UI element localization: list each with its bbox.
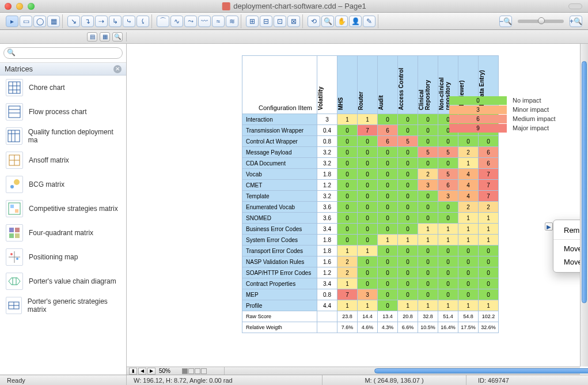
rect-tool-button[interactable]: ▭ <box>20 16 32 27</box>
table-row[interactable]: NASP Validation Rules1.620000000 <box>242 256 499 267</box>
matrix-cell[interactable]: 0 <box>398 180 418 191</box>
matrix-cell[interactable]: 0 <box>358 224 378 235</box>
matrix-cell[interactable]: 0 <box>418 125 438 136</box>
matrix-cell[interactable]: 0 <box>358 202 378 213</box>
matrix-cell[interactable]: 0 <box>398 114 418 125</box>
matrix-cell[interactable]: 0 <box>479 278 499 289</box>
arrange-2-button[interactable]: ⊟ <box>260 16 272 27</box>
pan-tool-button[interactable]: ✋ <box>335 16 348 27</box>
matrix-cell[interactable]: 0 <box>337 202 358 213</box>
connector-4-button[interactable]: ↳ <box>109 16 122 27</box>
matrix-cell[interactable]: 0 <box>438 289 458 300</box>
matrix-cell[interactable]: 0 <box>378 256 398 267</box>
matrix-cell[interactable]: 1 <box>337 278 358 289</box>
matrix-cell[interactable]: 0 <box>418 267 438 278</box>
matrix-cell[interactable]: 1 <box>479 300 499 311</box>
matrix-cell[interactable]: 1 <box>398 300 418 311</box>
connector-5-button[interactable]: ⤷ <box>123 16 135 27</box>
matrix-cell[interactable]: 7 <box>358 125 378 136</box>
matrix-cell[interactable]: 1 <box>398 235 418 246</box>
matrix-cell[interactable]: 0 <box>398 256 418 267</box>
grid-tool-button[interactable]: ▦ <box>47 16 60 27</box>
matrix-cell[interactable]: 0 <box>458 289 479 300</box>
matrix-cell[interactable]: 0 <box>458 136 479 147</box>
matrix-cell[interactable]: 1 <box>438 300 458 311</box>
matrix-cell[interactable]: 0 <box>418 246 438 256</box>
table-row[interactable]: CDA Document3.200000016 <box>242 158 499 169</box>
matrix-cell[interactable]: 0 <box>358 278 378 289</box>
zoom-slider[interactable] <box>518 20 564 23</box>
matrix-cell[interactable]: 0 <box>358 147 378 158</box>
matrix-cell[interactable]: 2 <box>418 169 438 180</box>
matrix-cell[interactable]: 2 <box>458 202 479 213</box>
matrix-cell[interactable]: 0 <box>438 213 458 224</box>
library-search-button[interactable]: 🔍 <box>112 32 123 41</box>
matrix-cell[interactable]: 1 <box>378 235 398 246</box>
matrix-cell[interactable]: 0 <box>438 267 458 278</box>
zoom-value[interactable]: 50% <box>157 368 180 374</box>
matrix-cell[interactable]: 1 <box>458 158 479 169</box>
sidebar-item-0[interactable]: Chore chart <box>0 76 126 100</box>
matrix-cell[interactable]: 0 <box>479 256 499 267</box>
matrix-cell[interactable]: 4 <box>458 169 479 180</box>
page-2-box[interactable] <box>188 368 194 374</box>
matrix-cell[interactable]: 1 <box>418 224 438 235</box>
horizontal-scrollbar-thumb[interactable] <box>374 368 588 373</box>
matrix-cell[interactable]: 0 <box>458 256 479 267</box>
matrix-cell[interactable]: 1 <box>358 300 378 311</box>
canvas-viewport[interactable]: Configuration IItemVolatilityMHSRouterAu… <box>127 44 580 367</box>
matrix-cell[interactable]: 3 <box>418 180 438 191</box>
matrix-cell[interactable]: 4 <box>458 191 479 202</box>
matrix-cell[interactable]: 0 <box>337 213 358 224</box>
sidebar-item-7[interactable]: Positioning map <box>0 245 126 269</box>
matrix-cell[interactable]: 0 <box>479 246 499 256</box>
matrix-cell[interactable]: 0 <box>337 147 358 158</box>
matrix-cell[interactable]: 0 <box>358 267 378 278</box>
matrix-cell[interactable]: 6 <box>378 136 398 147</box>
connector-3-button[interactable]: ⇢ <box>95 16 108 27</box>
matrix-cell[interactable]: 0 <box>337 125 358 136</box>
matrix-cell[interactable]: 0 <box>358 256 378 267</box>
matrix-cell[interactable]: 0 <box>418 278 438 289</box>
matrix-cell[interactable]: 0 <box>337 158 358 169</box>
matrix-cell[interactable]: 7 <box>479 169 499 180</box>
matrix-cell[interactable]: 0 <box>438 158 458 169</box>
matrix-cell[interactable]: 0 <box>398 169 418 180</box>
matrix-cell[interactable]: 0 <box>378 267 398 278</box>
table-row[interactable]: Profile4.411011111 <box>242 300 499 311</box>
library-view-button[interactable]: ▤ <box>87 32 97 41</box>
matrix-cell[interactable]: 0 <box>398 202 418 213</box>
curve-6-button[interactable]: ≋ <box>226 16 238 27</box>
matrix-cell[interactable]: 3 <box>438 191 458 202</box>
vertical-scrollbar-thumb[interactable] <box>582 61 587 303</box>
matrix-cell[interactable]: 0 <box>479 136 499 147</box>
matrix-cell[interactable]: 0 <box>378 224 398 235</box>
curve-3-button[interactable]: ⤳ <box>184 16 197 27</box>
matrix-cell[interactable]: 1 <box>337 246 358 256</box>
matrix-cell[interactable]: 1 <box>438 224 458 235</box>
vertical-scrollbar[interactable] <box>580 44 588 367</box>
canvas[interactable]: Configuration IItemVolatilityMHSRouterAu… <box>127 44 588 375</box>
matrix-cell[interactable]: 1 <box>358 114 378 125</box>
matrix-cell[interactable]: 1 <box>418 235 438 246</box>
matrix-cell[interactable]: 0 <box>398 289 418 300</box>
table-row[interactable]: Contract Properties3.410000000 <box>242 278 499 289</box>
matrix-cell[interactable]: 0 <box>398 278 418 289</box>
matrix-cell[interactable]: 0 <box>418 289 438 300</box>
matrix-cell[interactable]: 0 <box>398 224 418 235</box>
zoom-out-button[interactable]: −🔍 <box>499 16 512 27</box>
matrix-cell[interactable]: 4 <box>458 180 479 191</box>
zoom-slider-thumb[interactable] <box>538 17 545 24</box>
matrix-cell[interactable]: 6 <box>378 125 398 136</box>
matrix-cell[interactable]: 0 <box>378 213 398 224</box>
canvas-next-button[interactable]: ▶ <box>147 368 155 375</box>
table-row[interactable]: Enumerated Vocab3.600000022 <box>242 202 499 213</box>
page-3-box[interactable] <box>195 368 200 374</box>
matrix-cell[interactable]: 0 <box>398 213 418 224</box>
matrix-cell[interactable]: 7 <box>479 191 499 202</box>
sidebar-item-8[interactable]: Porter's value chain diagram <box>0 269 126 293</box>
matrix-cell[interactable]: 1 <box>337 114 358 125</box>
matrix-cell[interactable]: 0 <box>438 246 458 256</box>
matrix-cell[interactable]: 0 <box>337 169 358 180</box>
zoom-in-button[interactable]: +🔍 <box>570 16 582 27</box>
